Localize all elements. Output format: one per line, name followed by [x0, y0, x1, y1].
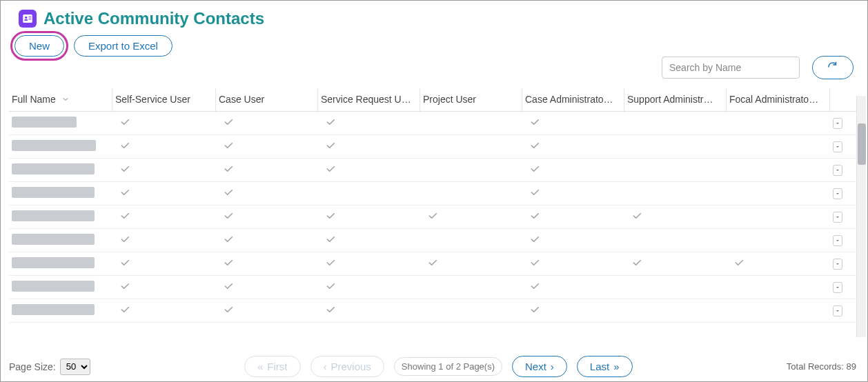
check-cell	[318, 112, 420, 134]
check-cell	[318, 277, 420, 298]
actions-row: New Export to Excel	[14, 35, 859, 57]
export-button[interactable]: Export to Excel	[74, 35, 172, 57]
check-icon	[223, 281, 234, 294]
row-actions-cell	[830, 278, 847, 297]
check-cell	[727, 166, 830, 174]
col-header-self-service[interactable]: Self-Service User	[112, 88, 216, 111]
table-row[interactable]	[9, 182, 859, 205]
check-icon	[119, 281, 130, 294]
search-input[interactable]	[662, 57, 800, 79]
page-size-select[interactable]: 50	[60, 359, 90, 375]
grid-body	[9, 112, 859, 323]
row-menu-button[interactable]	[833, 259, 842, 270]
table-row[interactable]	[9, 299, 859, 323]
col-header-full-name[interactable]: Full Name	[9, 88, 112, 111]
first-button[interactable]: « First	[244, 356, 301, 377]
refresh-button[interactable]	[812, 56, 854, 79]
table-row[interactable]	[9, 159, 859, 182]
check-icon	[223, 140, 234, 153]
grid-header: Full Name Self-Service User Case User Se…	[9, 88, 859, 112]
col-header-project-user[interactable]: Project User	[420, 88, 522, 111]
col-header-focal-admin[interactable]: Focal Administrato…	[727, 88, 830, 111]
check-icon	[223, 187, 234, 200]
check-icon	[223, 304, 234, 317]
name-cell	[9, 112, 112, 134]
scrollbar-thumb[interactable]	[858, 123, 866, 165]
redacted-name	[12, 304, 95, 315]
page-title: Active Community Contacts	[43, 9, 264, 28]
col-header-case-user[interactable]: Case User	[216, 88, 318, 111]
check-cell	[216, 277, 318, 298]
row-menu-button[interactable]	[833, 188, 842, 199]
check-icon	[427, 257, 438, 270]
name-cell	[9, 159, 112, 181]
check-icon	[529, 117, 540, 130]
row-actions-cell	[830, 208, 847, 227]
row-menu-button[interactable]	[833, 282, 842, 293]
check-icon	[733, 257, 744, 270]
check-cell	[420, 307, 522, 315]
next-button[interactable]: Next ›	[512, 356, 567, 377]
redacted-name	[12, 234, 95, 245]
check-icon	[529, 140, 540, 153]
check-cell	[522, 253, 624, 274]
check-cell	[624, 206, 727, 228]
col-header-support-admin[interactable]: Support Administr…	[624, 88, 727, 111]
last-label: Last	[590, 361, 609, 372]
check-icon	[223, 234, 234, 247]
check-icon	[427, 210, 438, 223]
row-menu-button[interactable]	[833, 141, 842, 152]
check-icon	[119, 234, 130, 247]
check-cell	[727, 237, 830, 245]
table-row[interactable]	[9, 135, 859, 159]
check-icon	[119, 140, 130, 153]
check-cell	[522, 206, 624, 228]
check-icon	[119, 304, 130, 317]
check-icon	[631, 210, 642, 223]
pager-center: « First ‹ Previous Showing 1 of 2 Page(s…	[90, 356, 787, 377]
contacts-icon	[19, 10, 37, 28]
check-icon	[119, 117, 130, 130]
check-cell	[624, 237, 727, 245]
pager-status: Showing 1 of 2 Page(s)	[394, 357, 502, 376]
check-cell	[420, 166, 522, 174]
check-icon	[119, 210, 130, 223]
check-icon	[223, 210, 234, 223]
name-cell	[9, 300, 112, 321]
check-cell	[420, 190, 522, 198]
total-label: Total Records:	[787, 361, 844, 372]
vertical-scrollbar[interactable]	[856, 96, 866, 337]
check-icon	[223, 117, 234, 130]
check-icon	[325, 117, 336, 130]
row-menu-button[interactable]	[833, 118, 842, 129]
check-cell	[727, 190, 830, 198]
svg-point-1	[25, 17, 27, 19]
row-menu-button[interactable]	[833, 212, 842, 223]
col-label: Full Name	[12, 94, 56, 105]
redacted-name	[12, 163, 95, 174]
table-row[interactable]	[9, 252, 859, 276]
check-icon	[631, 257, 642, 270]
table-row[interactable]	[9, 229, 859, 252]
row-menu-button[interactable]	[833, 305, 842, 316]
check-icon	[325, 281, 336, 294]
previous-button[interactable]: ‹ Previous	[310, 356, 384, 377]
check-cell	[216, 183, 318, 204]
col-header-case-admin[interactable]: Case Administrato…	[522, 88, 624, 111]
check-cell	[112, 206, 216, 228]
table-row[interactable]	[9, 112, 859, 135]
last-button[interactable]: Last »	[577, 356, 633, 377]
name-cell	[9, 277, 112, 298]
row-menu-button[interactable]	[833, 235, 842, 246]
check-cell	[624, 119, 727, 128]
col-header-service-request[interactable]: Service Request U…	[318, 88, 420, 111]
check-cell	[624, 166, 727, 174]
new-button[interactable]: New	[14, 35, 64, 57]
row-actions-cell	[830, 301, 847, 321]
check-icon	[119, 163, 130, 177]
chevron-down-icon	[61, 94, 70, 105]
table-row[interactable]	[9, 205, 859, 229]
row-menu-button[interactable]	[833, 165, 842, 176]
check-cell	[318, 206, 420, 228]
table-row[interactable]	[9, 276, 859, 299]
